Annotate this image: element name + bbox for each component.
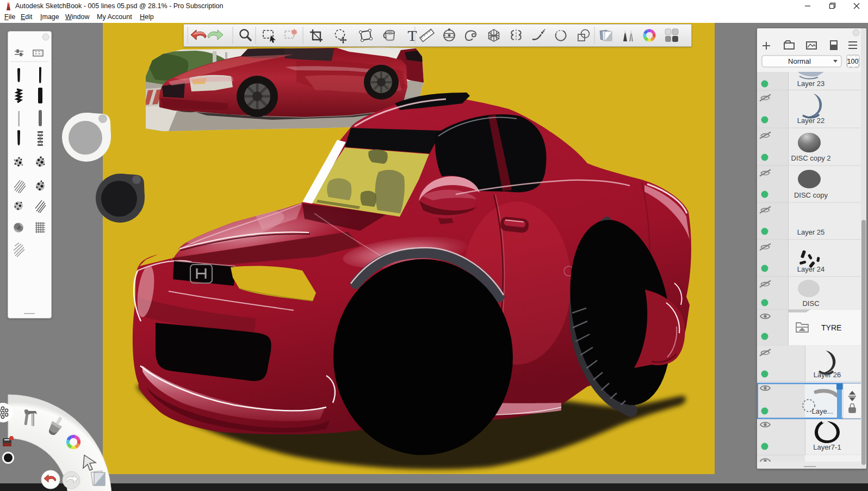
svg-text:Layer 23: Layer 23 [797,79,825,88]
svg-text:Laye...: Laye... [811,407,833,415]
svg-text:TYRE: TYRE [821,323,841,332]
svg-text:DISC: DISC [802,299,819,308]
svg-text:Layer7-1: Layer7-1 [813,443,841,451]
svg-text:Layer 26: Layer 26 [814,371,841,379]
svg-text:Normal: Normal [788,57,811,65]
svg-text:DISC copy 2: DISC copy 2 [791,154,831,162]
svg-text:Layer 24: Layer 24 [797,265,825,273]
svg-text:100: 100 [847,58,859,65]
svg-text:Layer 22: Layer 22 [797,116,825,125]
svg-text:DISC copy: DISC copy [794,191,828,199]
svg-text:T: T [407,27,417,44]
svg-text:Layer 25: Layer 25 [797,228,825,236]
